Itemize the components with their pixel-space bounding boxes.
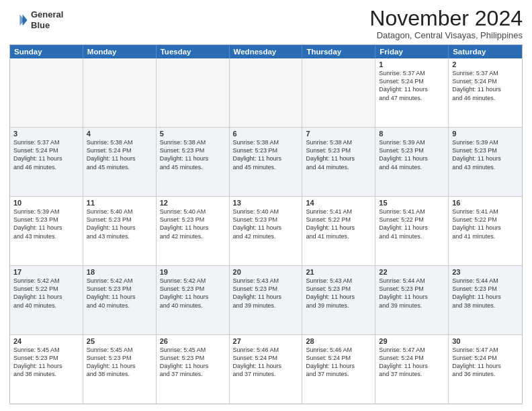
- day-number: 13: [233, 199, 299, 207]
- cell-info: Sunrise: 5:37 AMSunset: 5:24 PMDaylight:…: [452, 69, 519, 102]
- day-number: 20: [233, 268, 299, 276]
- calendar-header: SundayMondayTuesdayWednesdayThursdayFrid…: [10, 45, 522, 58]
- cal-cell-2-3: 13Sunrise: 5:40 AMSunset: 5:23 PMDayligh…: [230, 197, 303, 265]
- cal-cell-1-1: 4Sunrise: 5:38 AMSunset: 5:24 PMDaylight…: [83, 128, 157, 196]
- cell-info: Sunrise: 5:41 AMSunset: 5:22 PMDaylight:…: [452, 208, 519, 240]
- day-number: 1: [379, 60, 445, 68]
- cell-info: Sunrise: 5:45 AMSunset: 5:23 PMDaylight:…: [87, 346, 152, 379]
- day-number: 25: [87, 337, 152, 345]
- header-day-monday: Monday: [83, 45, 157, 58]
- cell-info: Sunrise: 5:40 AMSunset: 5:23 PMDaylight:…: [233, 208, 299, 240]
- day-number: 26: [160, 337, 226, 345]
- day-number: 16: [452, 199, 519, 207]
- cal-cell-4-2: 26Sunrise: 5:45 AMSunset: 5:23 PMDayligh…: [157, 335, 230, 404]
- cal-cell-0-2: [157, 58, 230, 127]
- calendar-row-3: 17Sunrise: 5:42 AMSunset: 5:22 PMDayligh…: [10, 265, 522, 334]
- day-number: 21: [306, 268, 371, 276]
- calendar: SundayMondayTuesdayWednesdayThursdayFrid…: [9, 44, 523, 404]
- day-number: 24: [13, 337, 79, 345]
- cal-cell-0-0: [10, 58, 83, 127]
- day-number: 12: [160, 199, 226, 207]
- calendar-body: 1Sunrise: 5:37 AMSunset: 5:24 PMDaylight…: [10, 58, 522, 404]
- header-day-thursday: Thursday: [302, 45, 375, 58]
- day-number: 2: [452, 60, 519, 68]
- location: Datagon, Central Visayas, Philippines: [369, 30, 523, 40]
- day-number: 28: [306, 337, 371, 345]
- cell-info: Sunrise: 5:37 AMSunset: 5:24 PMDaylight:…: [13, 138, 79, 171]
- cal-cell-3-4: 21Sunrise: 5:43 AMSunset: 5:23 PMDayligh…: [302, 266, 375, 334]
- cell-info: Sunrise: 5:44 AMSunset: 5:23 PMDaylight:…: [379, 277, 445, 310]
- calendar-row-1: 3Sunrise: 5:37 AMSunset: 5:24 PMDaylight…: [10, 127, 522, 196]
- cell-info: Sunrise: 5:46 AMSunset: 5:24 PMDaylight:…: [233, 346, 299, 379]
- cal-cell-0-1: [83, 58, 157, 127]
- cal-cell-1-3: 6Sunrise: 5:38 AMSunset: 5:23 PMDaylight…: [230, 128, 303, 196]
- title-block: November 2024 Datagon, Central Visayas, …: [369, 7, 523, 40]
- logo-line1: General: [31, 9, 63, 20]
- day-number: 29: [379, 337, 445, 345]
- cell-info: Sunrise: 5:43 AMSunset: 5:23 PMDaylight:…: [306, 277, 371, 310]
- cell-info: Sunrise: 5:41 AMSunset: 5:22 PMDaylight:…: [306, 208, 371, 240]
- cal-cell-3-6: 23Sunrise: 5:44 AMSunset: 5:23 PMDayligh…: [449, 266, 522, 334]
- day-number: 15: [379, 199, 445, 207]
- cell-info: Sunrise: 5:38 AMSunset: 5:23 PMDaylight:…: [306, 138, 371, 171]
- cal-cell-3-2: 19Sunrise: 5:42 AMSunset: 5:23 PMDayligh…: [157, 266, 230, 334]
- day-number: 30: [452, 337, 519, 345]
- cal-cell-2-5: 15Sunrise: 5:41 AMSunset: 5:22 PMDayligh…: [375, 197, 449, 265]
- day-number: 22: [379, 268, 445, 276]
- logo-line2: Blue: [31, 20, 63, 31]
- cal-cell-2-2: 12Sunrise: 5:40 AMSunset: 5:23 PMDayligh…: [157, 197, 230, 265]
- cal-cell-4-4: 28Sunrise: 5:46 AMSunset: 5:24 PMDayligh…: [302, 335, 375, 404]
- cal-cell-1-4: 7Sunrise: 5:38 AMSunset: 5:23 PMDaylight…: [302, 128, 375, 196]
- month-title: November 2024: [369, 7, 523, 30]
- cell-info: Sunrise: 5:37 AMSunset: 5:24 PMDaylight:…: [379, 69, 445, 102]
- cell-info: Sunrise: 5:38 AMSunset: 5:23 PMDaylight:…: [160, 138, 226, 171]
- calendar-row-4: 24Sunrise: 5:45 AMSunset: 5:23 PMDayligh…: [10, 334, 522, 404]
- page: General Blue November 2024 Datagon, Cent…: [0, 0, 532, 411]
- header-day-wednesday: Wednesday: [230, 45, 303, 58]
- header: General Blue November 2024 Datagon, Cent…: [9, 7, 523, 40]
- cell-info: Sunrise: 5:38 AMSunset: 5:24 PMDaylight:…: [87, 138, 152, 171]
- cell-info: Sunrise: 5:45 AMSunset: 5:23 PMDaylight:…: [160, 346, 226, 379]
- calendar-row-2: 10Sunrise: 5:39 AMSunset: 5:23 PMDayligh…: [10, 196, 522, 265]
- day-number: 27: [233, 337, 299, 345]
- cell-info: Sunrise: 5:41 AMSunset: 5:22 PMDaylight:…: [379, 208, 445, 240]
- day-number: 7: [306, 130, 371, 138]
- header-day-friday: Friday: [375, 45, 449, 58]
- day-number: 4: [87, 130, 152, 138]
- cal-cell-2-4: 14Sunrise: 5:41 AMSunset: 5:22 PMDayligh…: [302, 197, 375, 265]
- header-day-saturday: Saturday: [449, 45, 522, 58]
- day-number: 9: [452, 130, 519, 138]
- cal-cell-1-5: 8Sunrise: 5:39 AMSunset: 5:23 PMDaylight…: [375, 128, 449, 196]
- day-number: 5: [160, 130, 226, 138]
- cal-cell-2-0: 10Sunrise: 5:39 AMSunset: 5:23 PMDayligh…: [10, 197, 83, 265]
- cal-cell-0-5: 1Sunrise: 5:37 AMSunset: 5:24 PMDaylight…: [375, 58, 449, 127]
- cell-info: Sunrise: 5:45 AMSunset: 5:23 PMDaylight:…: [13, 346, 79, 379]
- cell-info: Sunrise: 5:42 AMSunset: 5:23 PMDaylight:…: [160, 277, 226, 310]
- cell-info: Sunrise: 5:40 AMSunset: 5:23 PMDaylight:…: [160, 208, 226, 240]
- logo-icon: [9, 11, 28, 30]
- cal-cell-4-0: 24Sunrise: 5:45 AMSunset: 5:23 PMDayligh…: [10, 335, 83, 404]
- cell-info: Sunrise: 5:47 AMSunset: 5:24 PMDaylight:…: [452, 346, 519, 379]
- header-day-sunday: Sunday: [10, 45, 83, 58]
- cal-cell-0-6: 2Sunrise: 5:37 AMSunset: 5:24 PMDaylight…: [449, 58, 522, 127]
- cal-cell-1-0: 3Sunrise: 5:37 AMSunset: 5:24 PMDaylight…: [10, 128, 83, 196]
- cell-info: Sunrise: 5:38 AMSunset: 5:23 PMDaylight:…: [233, 138, 299, 171]
- cell-info: Sunrise: 5:39 AMSunset: 5:23 PMDaylight:…: [452, 138, 519, 171]
- cell-info: Sunrise: 5:47 AMSunset: 5:24 PMDaylight:…: [379, 346, 445, 379]
- cell-info: Sunrise: 5:43 AMSunset: 5:23 PMDaylight:…: [233, 277, 299, 310]
- header-day-tuesday: Tuesday: [157, 45, 230, 58]
- day-number: 18: [87, 268, 152, 276]
- cal-cell-2-1: 11Sunrise: 5:40 AMSunset: 5:23 PMDayligh…: [83, 197, 157, 265]
- day-number: 10: [13, 199, 79, 207]
- cell-info: Sunrise: 5:40 AMSunset: 5:23 PMDaylight:…: [87, 208, 152, 240]
- logo-text: General Blue: [31, 9, 63, 30]
- cal-cell-4-3: 27Sunrise: 5:46 AMSunset: 5:24 PMDayligh…: [230, 335, 303, 404]
- cal-cell-0-4: [302, 58, 375, 127]
- cell-info: Sunrise: 5:39 AMSunset: 5:23 PMDaylight:…: [379, 138, 445, 171]
- cal-cell-4-1: 25Sunrise: 5:45 AMSunset: 5:23 PMDayligh…: [83, 335, 157, 404]
- day-number: 17: [13, 268, 79, 276]
- day-number: 11: [87, 199, 152, 207]
- cal-cell-0-3: [230, 58, 303, 127]
- cal-cell-4-6: 30Sunrise: 5:47 AMSunset: 5:24 PMDayligh…: [449, 335, 522, 404]
- cal-cell-1-6: 9Sunrise: 5:39 AMSunset: 5:23 PMDaylight…: [449, 128, 522, 196]
